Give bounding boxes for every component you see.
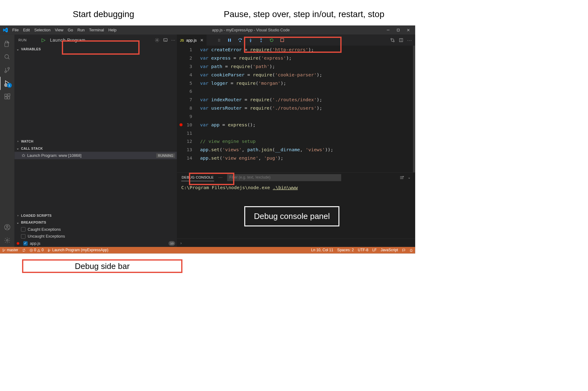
- line-number: 13: [177, 146, 192, 154]
- step-over-button[interactable]: [237, 37, 243, 43]
- collapse-panel-icon[interactable]: ⌄: [408, 175, 411, 180]
- sidebar-title: RUN: [18, 38, 27, 42]
- svg-line-27: [22, 157, 23, 157]
- start-debug-button[interactable]: ▷: [42, 37, 46, 43]
- svg-line-28: [24, 157, 25, 157]
- eol-status[interactable]: LF: [372, 248, 377, 252]
- clear-console-icon[interactable]: [400, 175, 404, 180]
- loaded-scripts-section[interactable]: ›LOADED SCRIPTS: [15, 212, 177, 219]
- compare-changes-icon[interactable]: [390, 38, 395, 43]
- console-filter-input[interactable]: [227, 174, 341, 181]
- menu-go[interactable]: Go: [66, 28, 75, 32]
- debug-config-label: Launch Program: [50, 38, 85, 43]
- code-line: [200, 129, 415, 137]
- warning-count: 0: [42, 248, 44, 252]
- drag-handle-icon[interactable]: ⁞⁞: [216, 37, 222, 43]
- console-output-link[interactable]: .\bin\www: [273, 185, 298, 190]
- git-branch-status[interactable]: master: [2, 248, 18, 252]
- more-actions-icon[interactable]: ···: [407, 38, 412, 43]
- status-bar: master 0 0 Launch Program (myExpressApp)…: [0, 247, 415, 253]
- menu-help[interactable]: Help: [106, 28, 119, 32]
- more-icon[interactable]: ···: [171, 38, 176, 42]
- line-number: 14: [177, 154, 192, 162]
- line-number: 8: [177, 104, 192, 112]
- scrollbar[interactable]: [413, 46, 415, 172]
- line-number: 10: [177, 120, 192, 129]
- line-number: 3: [177, 62, 192, 71]
- error-count: 0: [34, 248, 36, 252]
- code-line: app.set('view engine', 'pug');: [200, 154, 415, 162]
- cursor-position[interactable]: Ln 10, Col 11: [311, 248, 333, 252]
- callstack-section[interactable]: ⌄CALL STACK: [15, 145, 177, 152]
- variables-label: VARIABLES: [21, 47, 41, 51]
- breakpoint-uncaught[interactable]: Uncaught Exceptions: [15, 233, 177, 240]
- tab-bar: JS app.js ✕ ⁞⁞ ···: [177, 35, 415, 46]
- step-into-button[interactable]: [248, 37, 254, 43]
- variables-section[interactable]: ⌄VARIABLES: [15, 46, 177, 53]
- watch-section[interactable]: ›WATCH: [15, 138, 177, 145]
- line-number: 1: [177, 46, 192, 54]
- language-status[interactable]: JavaScript: [381, 248, 398, 252]
- run-debug-activity[interactable]: 1: [0, 77, 15, 90]
- console-input[interactable]: ›: [177, 239, 415, 247]
- debug-status[interactable]: Launch Program (myExpressApp): [48, 248, 108, 252]
- editor-tab[interactable]: JS app.js ✕: [177, 35, 207, 46]
- run-sidebar: RUN ▷ Launch Program ⌄ ··· ⌄VARIABLES ›W…: [15, 35, 177, 247]
- code-line: app.​set('views', path.join(__dirname, '…: [200, 146, 415, 154]
- notifications-icon[interactable]: [409, 248, 413, 252]
- debug-console-icon[interactable]: [163, 38, 168, 43]
- pause-button[interactable]: [227, 37, 233, 43]
- menu-edit[interactable]: Edit: [21, 28, 32, 32]
- close-tab-icon[interactable]: ✕: [200, 38, 204, 43]
- maximize-button[interactable]: [396, 28, 400, 32]
- menu-run[interactable]: Run: [75, 28, 87, 32]
- explorer-activity[interactable]: [0, 37, 15, 50]
- breakpoint-dot-icon[interactable]: [180, 123, 183, 126]
- debug-target: Launch Program (myExpressApp): [52, 248, 108, 252]
- stop-button[interactable]: [279, 37, 285, 43]
- checkbox[interactable]: [21, 227, 25, 232]
- menu-file[interactable]: File: [10, 28, 21, 32]
- feedback-icon[interactable]: [402, 248, 405, 252]
- breakpoints-section[interactable]: ⌄BREAKPOINTS: [15, 219, 177, 226]
- svg-point-7: [8, 67, 9, 69]
- svg-point-5: [5, 55, 8, 58]
- accounts-activity[interactable]: [0, 221, 15, 234]
- search-activity[interactable]: [0, 50, 15, 63]
- debug-console-panel: DEBUG CONSOLE ··· ⌄ C:\Program Files\nod…: [177, 172, 415, 247]
- minimize-button[interactable]: [386, 28, 390, 32]
- breakpoint-caught[interactable]: Caught Exceptions: [15, 226, 177, 233]
- restart-button[interactable]: [269, 37, 275, 43]
- settings-activity[interactable]: [0, 234, 15, 247]
- breakpoint-file[interactable]: ✓app.js10: [15, 240, 177, 247]
- close-button[interactable]: [407, 28, 411, 32]
- debug-console-tab[interactable]: DEBUG CONSOLE: [181, 174, 214, 181]
- source-control-activity[interactable]: [0, 64, 15, 77]
- split-editor-icon[interactable]: [399, 38, 403, 42]
- line-number: 4: [177, 70, 192, 79]
- menu-selection[interactable]: Selection: [32, 28, 53, 32]
- more-icon[interactable]: ···: [218, 176, 223, 180]
- debug-config-select[interactable]: Launch Program ⌄: [47, 37, 99, 43]
- gear-icon[interactable]: [154, 38, 159, 43]
- annotation-debug-controls: Pause, step over, step in/out, restart, …: [224, 9, 384, 19]
- menu-view[interactable]: View: [53, 28, 66, 32]
- debug-toolbar: ⁞⁞: [214, 35, 288, 46]
- problems-status[interactable]: 0 0: [30, 248, 44, 252]
- code-editor[interactable]: 1234567891011121314 var createError = re…: [177, 46, 415, 172]
- indentation-status[interactable]: Spaces: 2: [337, 248, 354, 252]
- code-line: var createError = require('http-errors')…: [200, 46, 415, 54]
- extensions-activity[interactable]: [0, 90, 15, 103]
- menu-terminal[interactable]: Terminal: [87, 28, 106, 32]
- svg-point-19: [156, 39, 158, 41]
- svg-point-33: [250, 41, 251, 42]
- sync-status[interactable]: [22, 248, 25, 252]
- step-out-button[interactable]: [258, 37, 264, 43]
- svg-point-38: [393, 41, 394, 42]
- checkbox[interactable]: ✓: [23, 241, 28, 246]
- callstack-item[interactable]: Launch Program: www [10868] RUNNING: [15, 152, 177, 159]
- encoding-status[interactable]: UTF-8: [358, 248, 368, 252]
- console-output-text: C:\Program Files\nodejs\node.exe: [181, 185, 273, 190]
- checkbox[interactable]: [21, 234, 25, 239]
- svg-point-21: [22, 155, 24, 157]
